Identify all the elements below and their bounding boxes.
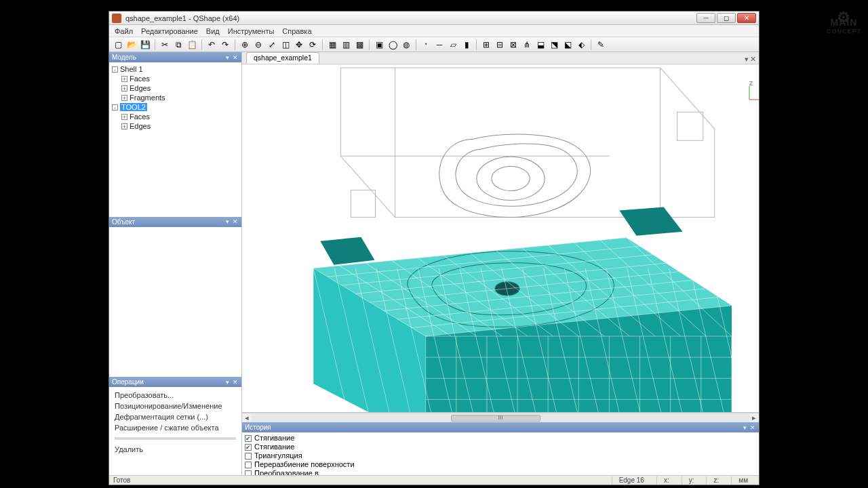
redo-button[interactable]: ↷ bbox=[219, 39, 231, 51]
scroll-left-icon[interactable]: ◂ bbox=[242, 413, 252, 422]
collapse-icon[interactable]: - bbox=[112, 104, 118, 110]
mesh-g-button[interactable]: ⬕ bbox=[561, 39, 574, 51]
mesh-h-button[interactable]: ⬖ bbox=[575, 39, 587, 51]
pin-icon[interactable]: ▾ bbox=[224, 379, 231, 386]
close-icon[interactable]: ✕ bbox=[232, 218, 239, 225]
history-item[interactable]: Стягивание bbox=[245, 443, 756, 451]
history-item[interactable]: Стягивание bbox=[245, 434, 756, 443]
tree-label[interactable]: Faces bbox=[130, 113, 150, 121]
sel-body-button[interactable]: ▮ bbox=[460, 39, 473, 51]
cyl-button[interactable]: ◍ bbox=[400, 39, 412, 51]
object-panel-header[interactable]: Объект ▾✕ bbox=[109, 217, 241, 227]
close-button[interactable]: ✕ bbox=[737, 13, 756, 23]
history-item[interactable]: Переразбиение поверхности bbox=[245, 460, 756, 469]
close-icon[interactable]: ✕ bbox=[232, 54, 239, 61]
collapse-icon[interactable]: - bbox=[112, 66, 118, 73]
expand-icon[interactable]: + bbox=[121, 114, 127, 120]
operations-panel-header[interactable]: Операции ▾✕ bbox=[109, 377, 241, 387]
operation-item[interactable]: Позиционирование/Изменение bbox=[115, 401, 236, 411]
menu-Вид[interactable]: Вид bbox=[206, 27, 220, 35]
tree-label[interactable]: Fragments bbox=[130, 94, 165, 102]
scroll-right-icon[interactable]: ▸ bbox=[749, 413, 759, 422]
model-tree[interactable]: -Shell 1+Faces+Edges+Fragments-TOOL2+Fac… bbox=[109, 62, 241, 217]
checkbox-icon[interactable] bbox=[245, 444, 252, 451]
tab-close-icon[interactable]: ✕ bbox=[750, 55, 756, 64]
document-tab[interactable]: qshape_example1 bbox=[246, 52, 319, 64]
title-bar[interactable]: qshape_example1 - QShape (x64) ─ ◻ ✕ bbox=[109, 12, 759, 25]
zoom-in-button[interactable]: ⊕ bbox=[239, 39, 251, 51]
pin-icon[interactable]: ▾ bbox=[741, 424, 748, 431]
menu-Файл[interactable]: Файл bbox=[115, 27, 133, 35]
tree-label[interactable]: Shell 1 bbox=[120, 65, 143, 73]
operation-item[interactable]: Удалить bbox=[115, 444, 236, 455]
tree-label[interactable]: Edges bbox=[130, 84, 151, 92]
viewport-hscroll[interactable]: ◂ III ▸ bbox=[242, 413, 759, 422]
close-icon[interactable]: ✕ bbox=[232, 379, 239, 386]
menu-Инструменты[interactable]: Инструменты bbox=[228, 27, 275, 35]
rotate-button[interactable]: ⟳ bbox=[307, 39, 319, 51]
pin-icon[interactable]: ▾ bbox=[224, 218, 231, 225]
tree-node[interactable]: +Edges bbox=[121, 121, 239, 131]
close-icon[interactable]: ✕ bbox=[749, 424, 756, 431]
file-open-button[interactable]: 📂 bbox=[125, 39, 138, 51]
history-panel-header[interactable]: История ▾✕ bbox=[242, 422, 759, 432]
expand-icon[interactable]: + bbox=[121, 123, 127, 129]
minimize-button[interactable]: ─ bbox=[696, 13, 715, 23]
history-item[interactable]: Триангуляция bbox=[245, 451, 756, 460]
mesh-e-button[interactable]: ⬓ bbox=[534, 39, 547, 51]
paste-button[interactable]: 📋 bbox=[186, 39, 198, 51]
copy-button[interactable]: ⧉ bbox=[172, 39, 184, 51]
scroll-thumb[interactable] bbox=[451, 415, 540, 422]
mesh-a-button[interactable]: ⊞ bbox=[480, 39, 492, 51]
help-button[interactable]: ✎ bbox=[595, 39, 607, 51]
tree-node[interactable]: +Edges bbox=[121, 83, 239, 93]
operation-item[interactable]: Дефрагментация сетки (...) bbox=[115, 411, 236, 422]
menu-Редактирование[interactable]: Редактирование bbox=[141, 27, 198, 35]
mesh-f-button[interactable]: ⬔ bbox=[548, 39, 560, 51]
mesh-b-button[interactable]: ⊟ bbox=[494, 39, 506, 51]
mesh-d-button[interactable]: ⋔ bbox=[521, 39, 533, 51]
operation-item[interactable]: Расширение / сжатие объекта bbox=[115, 422, 236, 433]
sel-face-button[interactable]: ▱ bbox=[447, 39, 459, 51]
pan-button[interactable]: ✥ bbox=[293, 39, 305, 51]
checkbox-icon[interactable] bbox=[245, 470, 252, 476]
box-button[interactable]: ▣ bbox=[373, 39, 385, 51]
tree-label[interactable]: TOOL2 bbox=[120, 103, 147, 111]
history-label: Стягивание bbox=[254, 443, 294, 451]
history-item[interactable]: Преобразование в bbox=[245, 469, 756, 475]
wire-button[interactable]: ▥ bbox=[340, 39, 352, 51]
checkbox-icon[interactable] bbox=[245, 435, 252, 442]
mesh-c-button[interactable]: ⊠ bbox=[507, 39, 519, 51]
tree-node[interactable]: +Faces bbox=[121, 112, 239, 121]
expand-icon[interactable]: + bbox=[121, 85, 127, 92]
cut-button[interactable]: ✂ bbox=[159, 39, 171, 51]
file-new-button[interactable]: ▢ bbox=[112, 39, 124, 51]
tab-dropdown-icon[interactable]: ▾ bbox=[745, 55, 749, 64]
3d-viewport[interactable]: z x bbox=[242, 64, 759, 413]
zoom-fit-button[interactable]: ⤢ bbox=[266, 39, 278, 51]
expand-icon[interactable]: + bbox=[121, 95, 127, 101]
operation-item[interactable]: Преобразовать... bbox=[115, 390, 236, 401]
tree-node[interactable]: +Fragments bbox=[121, 93, 239, 102]
sel-edge-button[interactable]: ─ bbox=[433, 39, 446, 51]
tree-label[interactable]: Faces bbox=[130, 75, 150, 83]
checkbox-icon[interactable] bbox=[245, 462, 252, 468]
tree-node[interactable]: -TOOL2 bbox=[112, 102, 239, 112]
undo-button[interactable]: ↶ bbox=[205, 39, 218, 51]
maximize-button[interactable]: ◻ bbox=[717, 13, 736, 23]
expand-icon[interactable]: + bbox=[121, 76, 127, 82]
tree-node[interactable]: +Faces bbox=[121, 74, 239, 83]
shade-wire-button[interactable]: ▩ bbox=[353, 39, 366, 51]
sphere-button[interactable]: ◯ bbox=[387, 39, 399, 51]
zoom-region-button[interactable]: ◫ bbox=[279, 39, 292, 51]
model-panel-header[interactable]: Модель ▾✕ bbox=[109, 52, 241, 62]
sel-vert-button[interactable]: ・ bbox=[420, 39, 432, 51]
file-save-button[interactable]: 💾 bbox=[139, 39, 151, 51]
checkbox-icon[interactable] bbox=[245, 453, 252, 460]
pin-icon[interactable]: ▾ bbox=[224, 54, 231, 61]
tree-node[interactable]: -Shell 1 bbox=[112, 64, 239, 74]
menu-Справка[interactable]: Справка bbox=[282, 27, 311, 35]
zoom-out-button[interactable]: ⊖ bbox=[252, 39, 264, 51]
shade-button[interactable]: ▦ bbox=[326, 39, 338, 51]
tree-label[interactable]: Edges bbox=[130, 122, 151, 130]
